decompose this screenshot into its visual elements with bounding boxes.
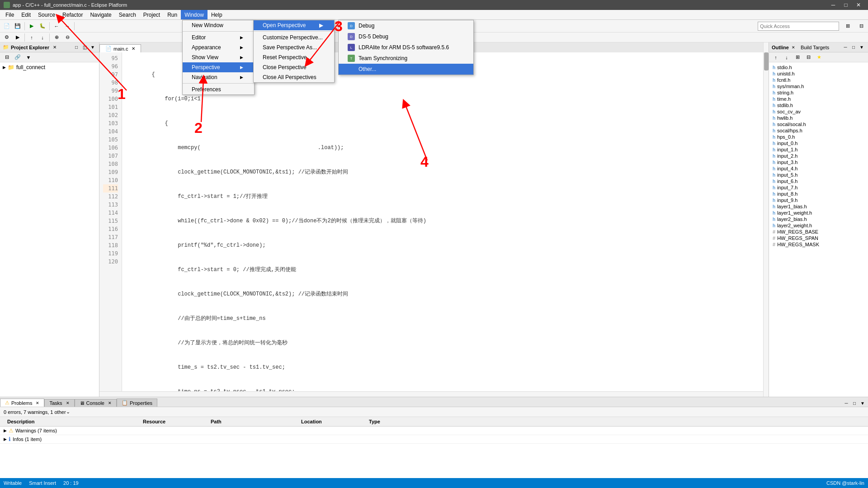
editor-tab-main[interactable]: 📄 main.c ✕ bbox=[99, 44, 141, 52]
submenu-open-perspective[interactable]: Open Perspective ▶ bbox=[254, 20, 334, 30]
outline-item-input9[interactable]: hinput_9.h bbox=[771, 197, 866, 203]
outline-item-l1bias[interactable]: hlayer1_bias.h bbox=[771, 203, 866, 210]
close-tab-icon[interactable]: ✕ bbox=[51, 44, 58, 51]
submenu-customize[interactable]: Customize Perspective... bbox=[254, 33, 334, 42]
menu-navigation[interactable]: Navigation ▶ bbox=[183, 72, 254, 82]
outline-item-fcntl[interactable]: hfcntl.h bbox=[771, 77, 866, 83]
console-tab-close[interactable]: ✕ bbox=[108, 401, 112, 405]
explorer-menu-btn[interactable]: ▼ bbox=[89, 44, 96, 51]
tb2-btn4[interactable]: ↓ bbox=[38, 33, 47, 42]
outline-item-stdio[interactable]: hstdio.h bbox=[771, 64, 866, 70]
menu-file[interactable]: File bbox=[2, 10, 18, 19]
outline-item-hwspan[interactable]: #HW_REGS_SPAN bbox=[771, 235, 866, 241]
outline-item-soccv[interactable]: hsoc_cv_av bbox=[771, 108, 866, 115]
submenu-close-persp[interactable]: Close Perspective bbox=[254, 62, 334, 72]
outline-maximize-btn[interactable]: □ bbox=[850, 44, 857, 51]
bottom-maximize-btn[interactable]: □ bbox=[851, 399, 858, 407]
tb2-btn6[interactable]: ⊖ bbox=[62, 33, 72, 42]
tab-properties[interactable]: 📋 Properties bbox=[117, 399, 157, 407]
tb2-btn2[interactable]: ▶ bbox=[13, 33, 23, 42]
back-btn[interactable]: ← bbox=[52, 21, 61, 31]
outline-tb2[interactable]: ↓ bbox=[782, 52, 792, 62]
menu-run[interactable]: Run bbox=[164, 10, 181, 19]
menu-preferences[interactable]: Preferences bbox=[183, 84, 254, 94]
debug-btn[interactable]: 🐛 bbox=[38, 21, 47, 31]
outline-item-unistd[interactable]: hunistd.h bbox=[771, 70, 866, 77]
menu-editor[interactable]: Editor ▶ bbox=[183, 33, 254, 42]
menu-refactor[interactable]: Refactor bbox=[59, 10, 86, 19]
outline-item-time[interactable]: htime.h bbox=[771, 96, 866, 102]
link-editor-btn[interactable]: 🔗 bbox=[13, 52, 23, 62]
warnings-row[interactable]: ▶ ⚠ Warnings (7 items) bbox=[0, 427, 868, 435]
outline-item-input5[interactable]: hinput_5.h bbox=[771, 172, 866, 178]
quick-access-input[interactable] bbox=[758, 22, 839, 31]
editor-scrollbar[interactable] bbox=[763, 42, 769, 397]
submenu-reset[interactable]: Reset Perspective... bbox=[254, 52, 334, 62]
save-btn[interactable]: 💾 bbox=[13, 21, 23, 31]
submenu-save-as[interactable]: Save Perspective As... bbox=[254, 42, 334, 52]
menu-navigate[interactable]: Navigate bbox=[86, 10, 115, 19]
close-button[interactable]: ✕ bbox=[853, 0, 864, 9]
tb2-btn5[interactable]: ⊕ bbox=[52, 33, 61, 42]
perspective-btn1[interactable]: ⊞ bbox=[843, 21, 853, 31]
build-targets-label[interactable]: Build Targets bbox=[801, 45, 829, 50]
outline-item-input6[interactable]: hinput_6.h bbox=[771, 178, 866, 184]
persp-other[interactable]: Other... bbox=[339, 64, 473, 75]
menu-project[interactable]: Project bbox=[140, 10, 164, 19]
outline-item-hwmask[interactable]: #HW_REGS_MASK bbox=[771, 241, 866, 248]
menu-source[interactable]: Source bbox=[34, 10, 59, 19]
problems-tab-close[interactable]: ✕ bbox=[36, 401, 39, 405]
outline-minimize-btn[interactable]: ─ bbox=[842, 44, 849, 51]
bottom-minimize-btn[interactable]: ─ bbox=[843, 399, 850, 407]
perspective-btn2[interactable]: ⊟ bbox=[856, 21, 866, 31]
outline-menu-btn[interactable]: ▼ bbox=[858, 44, 865, 51]
minimize-button[interactable]: ─ bbox=[827, 0, 839, 9]
tab-tasks[interactable]: Tasks ✕ bbox=[44, 399, 74, 407]
warnings-expand-icon[interactable]: ▶ bbox=[4, 428, 7, 433]
bottom-menu-btn[interactable]: ▼ bbox=[859, 399, 866, 407]
submenu-close-all[interactable]: Close All Perspectives bbox=[254, 72, 334, 82]
expand-all-btn[interactable]: ⌄ bbox=[66, 409, 70, 415]
explorer-menu2-btn[interactable]: ▼ bbox=[24, 52, 33, 62]
code-editor[interactable]: { for(i=0;i<1 { memcpy( .loat)); clock_g… bbox=[122, 52, 763, 391]
outline-item-input4[interactable]: hinput_4.h bbox=[771, 165, 866, 172]
outline-tb3[interactable]: ⊞ bbox=[793, 52, 802, 62]
maximize-button[interactable]: □ bbox=[840, 0, 852, 9]
outline-item-input8[interactable]: hinput_8.h bbox=[771, 191, 866, 197]
tb2-btn3[interactable]: ↑ bbox=[27, 33, 37, 42]
menu-help[interactable]: Help bbox=[208, 10, 226, 19]
outline-item-socal[interactable]: hsocal/socal.h bbox=[771, 121, 866, 127]
outline-item-input3[interactable]: hinput_3.h bbox=[771, 159, 866, 165]
explorer-minimize-btn[interactable]: □ bbox=[73, 44, 80, 51]
tab-console[interactable]: 🖥 Console ✕ bbox=[75, 399, 117, 407]
outline-item-hwlib[interactable]: hhwlib.h bbox=[771, 115, 866, 121]
menu-perspective[interactable]: Perspective ▶ bbox=[183, 62, 254, 72]
new-btn[interactable]: 📄 bbox=[2, 21, 12, 31]
explorer-maximize-btn[interactable]: ◫ bbox=[81, 44, 88, 51]
tasks-tab-close[interactable]: ✕ bbox=[66, 401, 70, 405]
tab-close-icon[interactable]: ✕ bbox=[132, 46, 135, 51]
menu-window[interactable]: Window bbox=[181, 10, 208, 19]
tree-project[interactable]: ▶ 📁 full_connect bbox=[1, 63, 98, 71]
outline-tb4[interactable]: ⊟ bbox=[803, 52, 813, 62]
persp-debug[interactable]: D Debug bbox=[339, 20, 473, 31]
outline-item-input2[interactable]: hinput_2.h bbox=[771, 153, 866, 159]
menu-show-view[interactable]: Show View ▶ bbox=[183, 52, 254, 62]
outline-item-l1weight[interactable]: hlayer1_weight.h bbox=[771, 210, 866, 216]
menu-edit[interactable]: Edit bbox=[18, 10, 34, 19]
infos-row[interactable]: ▶ ℹ Infos (1 item) bbox=[0, 435, 868, 444]
menu-appearance[interactable]: Appearance ▶ bbox=[183, 42, 254, 52]
infos-expand-icon[interactable]: ▶ bbox=[4, 437, 7, 441]
persp-team[interactable]: T Team Synchronizing bbox=[339, 53, 473, 64]
outline-item-mman[interactable]: hsys/mman.h bbox=[771, 83, 866, 89]
run-btn[interactable]: ▶ bbox=[27, 21, 37, 31]
outline-item-string[interactable]: hstring.h bbox=[771, 89, 866, 96]
outline-tb1[interactable]: ↑ bbox=[771, 52, 781, 62]
outline-item-l2weight[interactable]: hlayer2_weight.h bbox=[771, 222, 866, 229]
forward-btn[interactable]: → bbox=[62, 21, 72, 31]
outline-tab-close[interactable]: ✕ bbox=[792, 45, 795, 50]
menu-search[interactable]: Search bbox=[115, 10, 140, 19]
outline-item-input7[interactable]: hinput_7.h bbox=[771, 184, 866, 191]
outline-item-hps0[interactable]: hhps_0.h bbox=[771, 134, 866, 140]
outline-item-hwbase[interactable]: #HW_REGS_BASE bbox=[771, 229, 866, 235]
